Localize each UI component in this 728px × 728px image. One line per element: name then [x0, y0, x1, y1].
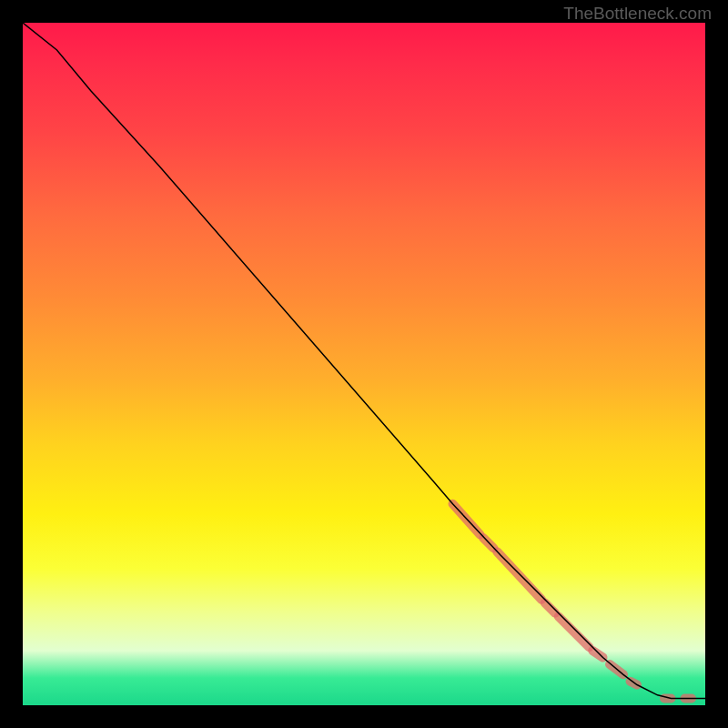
bottleneck-curve-line — [23, 23, 705, 699]
highlight-segment — [559, 617, 590, 648]
chart-container: TheBottleneck.com — [0, 0, 728, 728]
watermark: TheBottleneck.com — [563, 4, 712, 24]
plot-area — [23, 23, 705, 705]
curve-svg — [23, 23, 705, 705]
